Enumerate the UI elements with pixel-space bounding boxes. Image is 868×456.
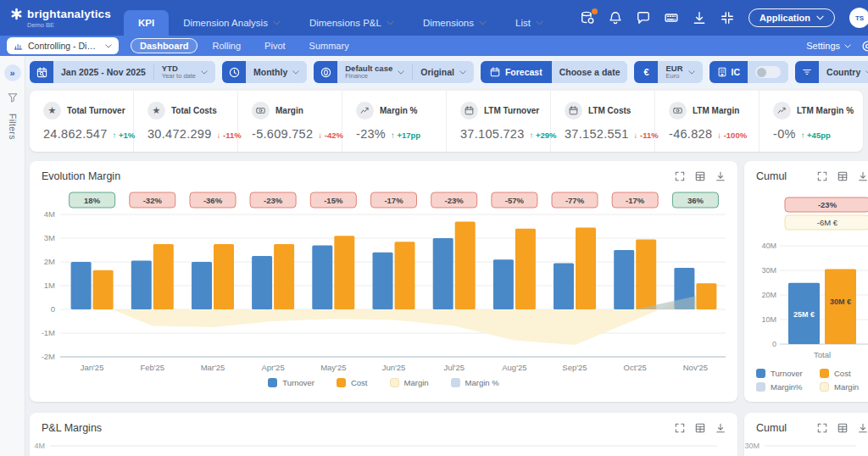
application-dropdown[interactable]: Application xyxy=(748,8,835,27)
forecast-group: Forecast Choose a date xyxy=(481,61,628,83)
bar-turnover-jul-25[interactable] xyxy=(433,238,453,309)
bar-cost-sep-25[interactable] xyxy=(576,227,596,309)
topnav-item-kpi[interactable]: KPI xyxy=(124,10,169,36)
bar-turnover-mar-25[interactable] xyxy=(192,262,212,309)
legend-swatch xyxy=(390,378,399,387)
expand-icon[interactable] xyxy=(675,171,685,181)
data-sync-icon[interactable] xyxy=(581,11,594,25)
bar-cost-apr-25[interactable] xyxy=(274,244,294,309)
chevron-down-icon xyxy=(479,20,487,25)
y-axis-label: 30M xyxy=(761,266,776,275)
pl-margins-panel: P&L Margins 4M xyxy=(30,413,737,456)
download-icon[interactable] xyxy=(858,423,868,433)
topnav-item-dimension-analysis[interactable]: Dimension Analysis xyxy=(169,10,295,36)
expand-icon[interactable] xyxy=(675,423,685,433)
ic-toggle[interactable] xyxy=(755,66,781,78)
bar-cost-feb-25[interactable] xyxy=(153,244,174,309)
period-select[interactable]: Monthly xyxy=(246,61,307,83)
bar-turnover-oct-25[interactable] xyxy=(614,250,634,309)
bars[interactable] xyxy=(71,221,717,309)
settings-dropdown[interactable]: Settings xyxy=(806,41,851,51)
x-axis-label: May'25 xyxy=(320,363,346,372)
report-selector[interactable]: Controlling - Dimensio... xyxy=(7,37,119,54)
ytd-select[interactable]: YTD Year to date xyxy=(154,61,215,83)
user-avatar[interactable]: TS xyxy=(849,8,868,28)
x-axis-label: Mar'25 xyxy=(201,363,225,372)
ic-label: IC xyxy=(732,67,741,77)
kpi-card-row: ★Total Turnover24.862.547↑ +1%★Total Cos… xyxy=(30,91,863,152)
date-range-filter: Jan 2025 - Nov 2025 YTD Year to date xyxy=(30,61,215,83)
margin-pct-badge-text: -15% xyxy=(324,196,343,205)
choose-date-button[interactable]: Choose a date xyxy=(552,61,628,83)
expand-icon[interactable] xyxy=(817,171,827,181)
bar-cost-oct-25[interactable] xyxy=(636,239,656,309)
bar-cost-mar-25[interactable] xyxy=(214,244,234,309)
filter-funnel-icon[interactable] xyxy=(8,92,18,103)
bar-turnover-aug-25[interactable] xyxy=(493,259,514,309)
ic-iconbox: IC xyxy=(709,61,748,83)
bar-cost-jan-25[interactable] xyxy=(93,270,114,309)
kpi-delta: ↑ +17pp xyxy=(391,131,420,140)
expand-rail-button[interactable]: » xyxy=(4,64,21,81)
kpi-label: LTM Costs xyxy=(588,106,631,115)
subtab-pivot[interactable]: Pivot xyxy=(255,38,294,53)
download-icon[interactable] xyxy=(693,11,706,25)
date-range-value[interactable]: Jan 2025 - Nov 2025 xyxy=(53,61,153,83)
y-axis-label: 4M xyxy=(44,209,55,219)
topnav-item-label: Dimensions P&L xyxy=(309,18,381,28)
subtab-dashboard[interactable]: Dashboard xyxy=(131,38,198,53)
dimension-select[interactable]: Country xyxy=(819,61,868,83)
table-icon[interactable] xyxy=(837,423,848,433)
legend-item-margin: Margin% xyxy=(756,382,816,392)
table-icon[interactable] xyxy=(695,171,705,181)
download-icon[interactable] xyxy=(715,171,726,181)
version-select[interactable]: Original xyxy=(413,61,474,83)
kpi-value: -0% xyxy=(773,127,796,141)
bar-turnover-sep-25[interactable] xyxy=(554,263,574,309)
topnav-item-dimensions-p-l[interactable]: Dimensions P&L xyxy=(295,10,409,36)
legend-label: Margin xyxy=(404,378,429,387)
margin-pct-badges: 18%-32%-36%-23%-15%-17%-23%-57%-77%-17%3… xyxy=(70,192,719,208)
y-axis-label: 20M xyxy=(761,291,776,299)
x-axis-label: Oct'25 xyxy=(624,363,647,372)
bar-cost-aug-25[interactable] xyxy=(515,229,536,309)
bar-turnover-jan-25[interactable] xyxy=(71,262,92,309)
chart-legend: TurnoverCostMarginMargin % xyxy=(30,378,737,387)
filter-lines-icon xyxy=(802,67,812,77)
bar-cost-total[interactable] xyxy=(825,270,856,345)
chat-icon[interactable] xyxy=(637,11,650,25)
y-axis-label: -1M xyxy=(42,328,55,337)
forecast-button[interactable]: Forecast xyxy=(481,61,552,83)
gear-icon[interactable] xyxy=(861,40,868,53)
bar-turnover-jun-25[interactable] xyxy=(373,253,393,309)
table-icon[interactable] xyxy=(695,423,705,433)
bar-cost-may-25[interactable] xyxy=(334,236,354,309)
keyboard-icon[interactable] xyxy=(665,11,678,25)
cumul-margin-badge-text: -6M € xyxy=(817,218,838,227)
bar-cost-jun-25[interactable] xyxy=(395,242,415,309)
bar-turnover-may-25[interactable] xyxy=(312,245,332,309)
chevron-down-icon xyxy=(816,15,824,20)
download-icon[interactable] xyxy=(858,171,868,181)
kpi-card-total-costs: ★Total Costs30.472.299↓ -11% xyxy=(134,91,238,152)
expand-icon[interactable] xyxy=(817,423,827,433)
compress-icon[interactable] xyxy=(721,11,734,25)
topnav-item-list[interactable]: List xyxy=(501,10,558,36)
bar-turnover-feb-25[interactable] xyxy=(131,261,152,309)
case-select[interactable]: Default case Finance xyxy=(337,61,412,83)
download-icon[interactable] xyxy=(715,423,726,433)
legend-swatch xyxy=(337,378,346,387)
y-axis-label: -2M xyxy=(42,352,55,361)
subtab-summary[interactable]: Summary xyxy=(300,38,359,53)
bar-cost-nov-25[interactable] xyxy=(696,283,716,309)
subtab-rolling[interactable]: Rolling xyxy=(203,38,250,53)
currency-select[interactable]: EUR Euro xyxy=(658,61,702,83)
topnav-item-dimensions[interactable]: Dimensions xyxy=(409,10,501,36)
notifications-icon[interactable] xyxy=(609,11,622,25)
bar-turnover-apr-25[interactable] xyxy=(252,256,272,309)
kpi-value: 37.152.551 xyxy=(565,127,629,141)
table-icon[interactable] xyxy=(837,171,848,181)
legend-swatch xyxy=(451,378,460,387)
bar-cost-jul-25[interactable] xyxy=(455,221,476,309)
kpi-label: Margin xyxy=(275,106,303,115)
